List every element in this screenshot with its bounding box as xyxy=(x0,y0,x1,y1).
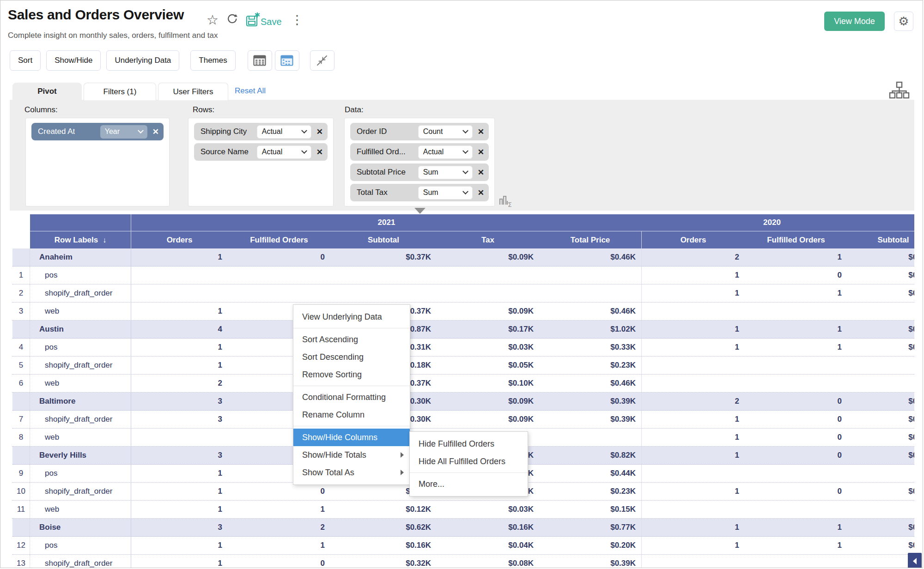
cell-value[interactable]: $0.12K xyxy=(330,501,437,518)
hierarchy-icon[interactable] xyxy=(888,81,910,102)
chip-aggregation-select[interactable]: Actual xyxy=(418,145,473,159)
data-chip-subtotal-price[interactable]: Subtotal PriceSum✕ xyxy=(350,163,489,181)
summary-sigma-icon[interactable]: Σ xyxy=(498,194,513,209)
table-row[interactable]: Anaheim10$0.37K$0.09K$0.46K21$0.46K xyxy=(12,248,914,266)
menu-item-remove-sorting[interactable]: Remove Sorting xyxy=(293,366,410,383)
cell-value[interactable]: 1 xyxy=(642,519,745,536)
cell-value[interactable] xyxy=(539,429,642,446)
cell-value[interactable]: 1 xyxy=(642,339,745,356)
table-row[interactable]: Boise32$0.62K$0.16K$0.77K11$0.55K xyxy=(12,519,914,537)
cell-value[interactable] xyxy=(228,266,330,284)
row-label[interactable]: web xyxy=(30,303,131,320)
table-row[interactable]: 5shopify_draft_order10$0.18K$0.05K$0.23K xyxy=(12,357,914,375)
cell-value[interactable] xyxy=(330,284,437,302)
table-row[interactable]: 13shopify_draft_order10$0.32K$0.08K$0.39… xyxy=(12,555,914,568)
cell-value[interactable]: $0.82K xyxy=(539,447,642,464)
cell-value[interactable]: $0.33K xyxy=(847,339,914,356)
row-label[interactable]: web xyxy=(30,375,131,392)
cell-value[interactable] xyxy=(847,555,914,568)
row-label[interactable]: shopify_draft_order xyxy=(30,357,131,374)
data-chip-total-tax[interactable]: Total TaxSum✕ xyxy=(350,184,489,201)
cell-value[interactable]: $0.33K xyxy=(847,321,914,338)
table-view-button[interactable] xyxy=(248,50,272,71)
table-row[interactable]: 7shopify_draft_order31$0.30K$0.09K$0.39K… xyxy=(12,411,914,429)
table-row[interactable]: Baltimore31$0.30K$0.09K$0.39K20$0.39K xyxy=(12,393,914,411)
cell-value[interactable]: 1 xyxy=(228,537,330,554)
row-label[interactable]: Boise xyxy=(30,519,131,536)
column-header-fulfilled-orders[interactable]: Fulfilled Orders xyxy=(228,231,330,248)
cell-value[interactable]: $0.39K xyxy=(539,555,642,568)
toolbar-button-underlying-data[interactable]: Underlying Data xyxy=(106,50,179,71)
submenu-item-hide-fulfilled-orders[interactable]: Hide Fulfilled Orders xyxy=(410,435,528,453)
column-header-row-labels[interactable]: Row Labels↓ xyxy=(30,231,131,248)
cell-value[interactable]: $0.39K xyxy=(847,393,914,410)
save-button[interactable]: Save xyxy=(246,12,282,27)
row-label[interactable]: pos xyxy=(30,465,131,482)
cell-value[interactable]: 0 xyxy=(745,266,847,284)
cell-value[interactable]: 3 xyxy=(131,411,228,428)
cell-value[interactable]: $0.05K xyxy=(437,357,539,374)
chip-aggregation-select[interactable]: Count xyxy=(418,125,473,139)
chip-aggregation-select[interactable]: Actual xyxy=(257,145,311,159)
cell-value[interactable]: $0.46K xyxy=(847,248,914,266)
chip-aggregation-select[interactable]: Sum xyxy=(418,166,473,179)
toolbar-button-themes[interactable]: Themes xyxy=(190,50,235,71)
cell-value[interactable] xyxy=(131,266,228,284)
cell-value[interactable]: 3 xyxy=(131,447,228,464)
cell-value[interactable] xyxy=(847,465,914,482)
chip-aggregation-select[interactable]: Actual xyxy=(257,125,311,139)
menu-item-view-underlying-data[interactable]: View Underlying Data xyxy=(293,308,410,326)
remove-chip-icon[interactable]: ✕ xyxy=(478,147,484,157)
cell-value[interactable]: 1 xyxy=(642,429,745,446)
cell-value[interactable]: $0.16K xyxy=(330,537,437,554)
tab-pivot[interactable]: Pivot xyxy=(12,83,82,100)
cell-value[interactable]: $0.46K xyxy=(539,303,642,320)
cell-value[interactable]: 1 xyxy=(745,339,847,356)
submenu-item-hide-all-fulfilled-orders[interactable]: Hide All Fulfilled Orders xyxy=(410,453,528,470)
cell-value[interactable] xyxy=(228,284,330,302)
row-label[interactable]: pos xyxy=(30,339,131,356)
cell-value[interactable]: 0 xyxy=(745,393,847,410)
cell-value[interactable]: $0.23K xyxy=(539,483,642,500)
cell-value[interactable]: 2 xyxy=(642,248,745,266)
rows-dropzone[interactable]: Shipping CityActual✕Source NameActual✕ xyxy=(188,118,334,206)
column-header-tax[interactable]: Tax xyxy=(437,231,539,248)
row-label[interactable]: shopify_draft_order xyxy=(30,411,131,428)
cell-value[interactable]: $0.19K xyxy=(847,429,914,446)
cell-value[interactable]: $0.55K xyxy=(847,519,914,536)
cell-value[interactable]: $0.77K xyxy=(539,519,642,536)
chip-aggregation-select[interactable]: Year xyxy=(100,125,147,139)
cell-value[interactable]: $0.55K xyxy=(847,537,914,554)
row-label[interactable]: web xyxy=(30,501,131,518)
settings-button[interactable]: ⚙ xyxy=(894,12,913,31)
cell-value[interactable] xyxy=(642,555,745,568)
table-row[interactable]: 11web11$0.12K$0.03K$0.15K xyxy=(12,501,914,519)
row-label[interactable]: shopify_draft_order xyxy=(30,555,131,568)
cell-value[interactable]: $0.46K xyxy=(539,375,642,392)
row-label[interactable]: Austin xyxy=(30,321,131,338)
cell-value[interactable]: $0.09K xyxy=(437,411,539,428)
cell-value[interactable]: $0.20K xyxy=(847,411,914,428)
collapse-button[interactable] xyxy=(310,50,334,71)
favorite-star-icon[interactable]: ☆ xyxy=(207,13,219,27)
cell-value[interactable] xyxy=(745,375,847,392)
scroll-left-button[interactable] xyxy=(908,553,922,568)
cell-value[interactable] xyxy=(642,465,745,482)
column-header-orders[interactable]: Orders xyxy=(131,231,228,248)
cell-value[interactable]: $0.09K xyxy=(437,303,539,320)
cell-value[interactable]: 0 xyxy=(745,411,847,428)
cell-value[interactable]: 1 xyxy=(131,339,228,356)
cell-value[interactable] xyxy=(847,375,914,392)
tab-filters[interactable]: Filters (1) xyxy=(84,83,156,100)
cell-value[interactable]: 0 xyxy=(228,248,330,266)
cell-value[interactable]: 1 xyxy=(131,555,228,568)
cell-value[interactable]: 1 xyxy=(642,321,745,338)
cell-value[interactable]: $0.23K xyxy=(847,284,914,302)
cell-value[interactable]: $0.39K xyxy=(539,411,642,428)
more-fields-indicator-icon[interactable] xyxy=(414,208,426,214)
cell-value[interactable]: 1 xyxy=(642,447,745,464)
cell-value[interactable]: 1 xyxy=(642,266,745,284)
remove-chip-icon[interactable]: ✕ xyxy=(478,127,484,137)
column-header-fulfilled-orders[interactable]: Fulfilled Orders xyxy=(745,231,847,248)
cell-value[interactable]: 0 xyxy=(228,483,330,500)
